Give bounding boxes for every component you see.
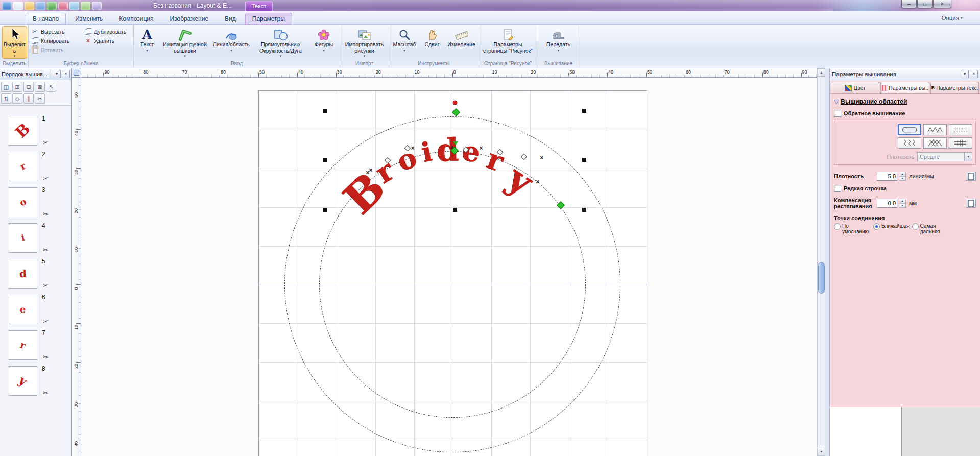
save-icon[interactable] <box>36 2 45 10</box>
order-item[interactable]: r7✂ <box>0 328 71 364</box>
join-option-0[interactable]: По умолчанию <box>834 223 871 234</box>
scissors-icon[interactable]: ✂ <box>43 282 49 290</box>
selection-handle[interactable] <box>323 109 327 113</box>
selection-handle[interactable] <box>582 158 586 162</box>
import-images-button[interactable]: Импортировать рисунки ▾ <box>341 26 388 59</box>
send-button[interactable]: Передать ▾ <box>538 26 579 59</box>
selection-handle[interactable] <box>323 208 327 212</box>
order-item[interactable]: y8✂ <box>0 364 71 400</box>
attribute-tab-sewing-params[interactable]: Параметры вы... <box>880 82 929 93</box>
order-item[interactable]: o3✂ <box>0 185 71 221</box>
app-icon[interactable] <box>2 2 12 10</box>
to-stitch-icon[interactable] <box>58 2 68 10</box>
tab-image[interactable]: Изображение <box>163 13 216 25</box>
cut-button[interactable]: ✂Вырезать <box>30 27 83 36</box>
pin-icon[interactable]: ▾ <box>961 70 969 78</box>
sparse-stitch-row[interactable]: Редкая строчка <box>834 185 976 192</box>
ruler-corner[interactable] <box>72 68 81 78</box>
compensation-options-button[interactable] <box>966 199 976 208</box>
order-item[interactable]: e6✂ <box>0 293 71 328</box>
selection-handle[interactable] <box>323 158 327 162</box>
canvas-area[interactable]: 9080706050403020100102030405060708090 50… <box>72 68 817 456</box>
shapes-button[interactable]: Фигуры ▾ <box>309 26 339 59</box>
selection-handle[interactable] <box>582 109 586 113</box>
density-input[interactable] <box>877 172 897 181</box>
tab-home[interactable]: В начало <box>26 13 66 25</box>
tab-text-parameters[interactable]: Параметры <box>245 13 292 25</box>
scissors-icon[interactable]: ✂ <box>43 210 49 218</box>
measure-button[interactable]: Измерение <box>445 26 477 59</box>
pattern-running-lines[interactable] <box>949 124 972 135</box>
vertical-scrollbar[interactable]: ▲ ▼ <box>817 68 825 456</box>
pattern-crosshatch[interactable] <box>923 137 947 149</box>
option-menu[interactable]: Опция ▾ <box>942 15 963 21</box>
selection-handle[interactable] <box>453 208 457 212</box>
scissors-icon[interactable]: ✂ <box>43 139 49 147</box>
scissors-icon[interactable]: ✂ <box>43 318 49 325</box>
attribute-tab-text-params[interactable]: АВПараметры текс... <box>930 82 979 93</box>
pattern-dense-grid[interactable] <box>949 137 972 149</box>
scroll-up-icon[interactable]: ▲ <box>818 68 825 77</box>
scissors-icon[interactable]: ✂ <box>43 353 49 361</box>
close-icon[interactable]: × <box>62 70 70 78</box>
page-settings-button[interactable]: Параметры страницы "Рисунок" <box>480 26 536 59</box>
copy-button[interactable]: Копировать <box>30 36 83 45</box>
new-document-icon[interactable] <box>13 2 23 10</box>
compensation-input[interactable] <box>877 199 897 208</box>
line-region-button[interactable]: Линия/область ▾ <box>210 26 252 59</box>
tab-composition[interactable]: Композиция <box>112 13 160 25</box>
pattern-vertical-zigzag[interactable] <box>898 137 921 149</box>
pattern-zigzag-stitch[interactable] <box>923 124 947 135</box>
lock-icon[interactable]: ⊠ <box>35 82 45 92</box>
reorder-icon[interactable]: ⇅ <box>1 93 11 104</box>
density-options-button[interactable] <box>966 172 976 181</box>
reverse-sewing-row[interactable]: Обратное вышивание <box>834 110 976 117</box>
group-icon[interactable]: ◇ <box>12 93 22 104</box>
close-icon[interactable]: × <box>970 70 978 78</box>
join-option-1[interactable]: Ближайшая <box>873 223 910 230</box>
duplicate-button[interactable]: Дублировать <box>83 27 132 36</box>
split-icon[interactable]: ∥ <box>23 93 34 104</box>
delete-button[interactable]: ×Удалить <box>83 36 132 45</box>
order-item[interactable]: B1✂ <box>0 114 71 150</box>
minimize-button[interactable]: – <box>901 0 917 8</box>
maximize-button[interactable]: □ <box>917 0 933 8</box>
rotation-anchor-dot[interactable] <box>453 101 458 105</box>
checkbox-icon[interactable] <box>834 110 841 117</box>
duplicate-order-icon[interactable]: ⊞ <box>12 82 22 92</box>
join-option-2[interactable]: Самая дальняя <box>912 223 949 234</box>
scissors-icon[interactable]: ✂ <box>43 389 49 397</box>
checkbox-icon[interactable] <box>834 185 841 192</box>
cut-connector-icon[interactable]: ✂ <box>35 93 45 104</box>
compensation-stepper[interactable]: ▲▼ <box>899 199 906 208</box>
order-item[interactable]: i4✂ <box>0 221 71 257</box>
redo-icon[interactable] <box>81 2 90 10</box>
attribute-tab-color[interactable]: Цвет <box>831 82 879 93</box>
order-item[interactable]: d5✂ <box>0 257 71 293</box>
pin-icon[interactable]: ▾ <box>53 70 61 78</box>
pan-button[interactable]: Сдвиг <box>419 26 445 59</box>
scissors-icon[interactable]: ✂ <box>43 175 49 182</box>
text-tool-button[interactable]: A Текст ▾ <box>135 26 159 59</box>
scroll-down-icon[interactable]: ▼ <box>818 448 825 456</box>
zoom-button[interactable]: Масштаб ▾ <box>390 26 419 59</box>
design-page-icon[interactable] <box>47 2 57 10</box>
close-button[interactable]: × <box>933 0 951 8</box>
scissors-icon[interactable]: ✂ <box>43 246 49 254</box>
select-button[interactable]: Выделить ▾ <box>2 26 27 59</box>
selection-handle[interactable] <box>582 208 586 212</box>
frame-select-icon[interactable]: ◫ <box>1 82 11 92</box>
hand-stitch-button[interactable]: Имитация ручной вышивки ▾ <box>159 26 210 59</box>
open-icon[interactable] <box>25 2 34 10</box>
scrollbar-thumb[interactable] <box>818 262 825 294</box>
tab-edit[interactable]: Изменить <box>68 13 110 25</box>
density-stepper[interactable]: ▲▼ <box>899 172 906 181</box>
undo-icon[interactable] <box>69 2 79 10</box>
tab-view[interactable]: Вид <box>218 13 243 25</box>
merge-icon[interactable]: ⊟ <box>23 82 34 92</box>
pattern-satin-outline[interactable] <box>898 124 921 135</box>
order-item[interactable]: r2✂ <box>0 150 71 185</box>
pointer-icon[interactable]: ↖ <box>46 82 56 92</box>
rect-circle-arc-button[interactable]: Прямоугольник/Окружность/Дуга ▾ <box>252 26 309 59</box>
realistic-view-icon[interactable] <box>92 2 102 10</box>
